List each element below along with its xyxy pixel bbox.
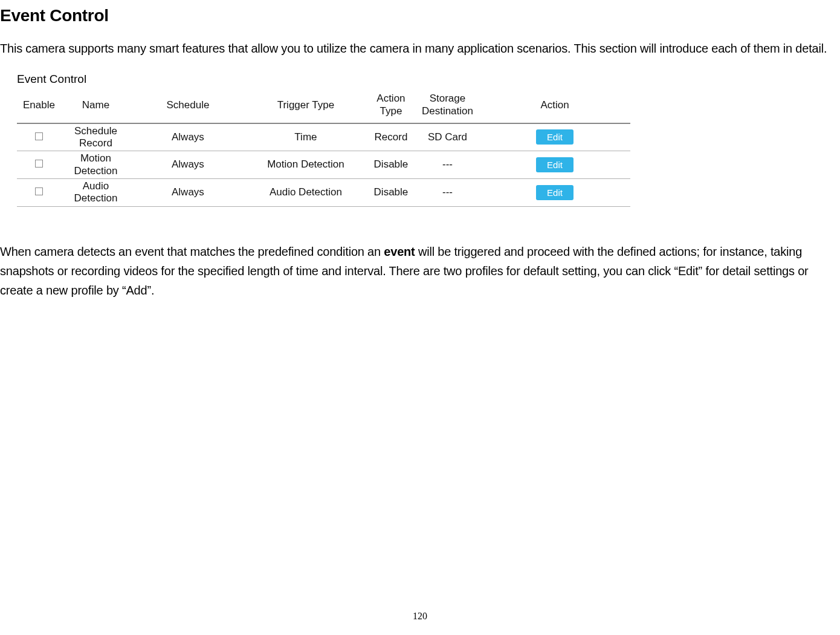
table-row: ScheduleRecord Always Time Record SD Car… xyxy=(17,123,630,151)
cell-enable xyxy=(17,151,61,179)
table-row: MotionDetection Always Motion Detection … xyxy=(17,151,630,179)
table-row: AudioDetection Always Audio Detection Di… xyxy=(17,179,630,207)
cell-action: Edit xyxy=(479,179,630,207)
header-name: Name xyxy=(61,90,131,123)
header-enable: Enable xyxy=(17,90,61,123)
enable-checkbox[interactable] xyxy=(35,187,43,195)
header-action-type: ActionType xyxy=(366,90,416,123)
cell-action-type: Disable xyxy=(366,151,416,179)
enable-checkbox[interactable] xyxy=(35,160,43,168)
cell-action-type: Disable xyxy=(366,179,416,207)
page-title: Event Control xyxy=(0,6,840,25)
header-storage-destination: StorageDestination xyxy=(416,90,479,123)
header-action: Action xyxy=(479,90,630,123)
event-control-table-container: Event Control Enable Name Schedule Trigg… xyxy=(0,73,840,207)
cell-storage-destination: SD Card xyxy=(416,123,479,151)
cell-name: MotionDetection xyxy=(61,151,131,179)
cell-trigger-type: Time xyxy=(245,123,366,151)
cell-action: Edit xyxy=(479,151,630,179)
edit-button[interactable]: Edit xyxy=(536,185,573,200)
cell-trigger-type: Audio Detection xyxy=(245,179,366,207)
table-header-row: Enable Name Schedule Trigger Type Action… xyxy=(17,90,630,123)
event-control-table: Enable Name Schedule Trigger Type Action… xyxy=(17,90,630,207)
cell-storage-destination: --- xyxy=(416,179,479,207)
intro-paragraph: This camera supports many smart features… xyxy=(0,39,840,58)
cell-name: AudioDetection xyxy=(61,179,131,207)
cell-schedule: Always xyxy=(131,151,245,179)
header-schedule: Schedule xyxy=(131,90,245,123)
cell-schedule: Always xyxy=(131,123,245,151)
body-paragraph: When camera detects an event that matche… xyxy=(0,242,840,300)
cell-action-type: Record xyxy=(366,123,416,151)
cell-enable xyxy=(17,123,61,151)
edit-button[interactable]: Edit xyxy=(536,157,573,172)
cell-trigger-type: Motion Detection xyxy=(245,151,366,179)
cell-storage-destination: --- xyxy=(416,151,479,179)
cell-action: Edit xyxy=(479,123,630,151)
body-text-part1: When camera detects an event that matche… xyxy=(0,245,384,258)
page-number: 120 xyxy=(413,611,427,622)
cell-enable xyxy=(17,179,61,207)
edit-button[interactable]: Edit xyxy=(536,129,573,145)
header-trigger-type: Trigger Type xyxy=(245,90,366,123)
body-text-bold: event xyxy=(384,245,415,258)
cell-schedule: Always xyxy=(131,179,245,207)
cell-name: ScheduleRecord xyxy=(61,123,131,151)
table-title: Event Control xyxy=(17,73,840,86)
enable-checkbox[interactable] xyxy=(35,132,43,140)
